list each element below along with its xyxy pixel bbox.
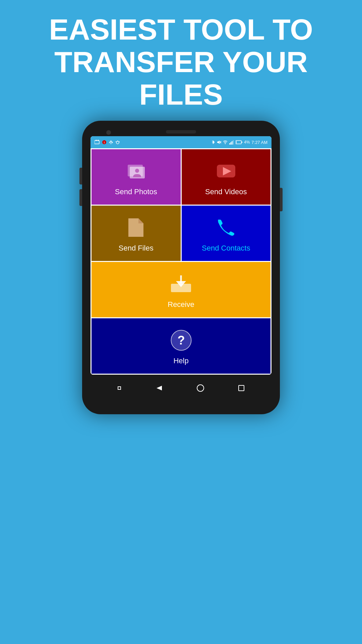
nav-recents-button[interactable] [238,385,244,391]
vol-down-button [79,189,82,206]
receive-tile[interactable]: Receive [92,262,270,317]
help-label: Help [173,357,188,365]
send-videos-tile[interactable]: Send Videos [182,149,271,205]
send-contacts-tile[interactable]: Send Contacts [182,206,271,261]
phone-bottom-pad [86,401,276,408]
help-tile[interactable]: ? Help [92,318,270,374]
send-contacts-label: Send Contacts [202,244,250,253]
usb-icon [109,140,113,145]
svg-rect-20 [233,140,234,145]
svg-marker-35 [157,386,162,390]
front-camera [106,130,111,135]
files-icon [124,216,148,239]
status-left-icons: ! [95,140,120,145]
svg-rect-0 [95,141,99,144]
phone-screen: ! [90,136,272,375]
phone-shell: ! [82,121,280,414]
svg-rect-22 [242,142,242,143]
battery-percent: 4% [244,140,250,145]
help-icon: ? [169,328,193,352]
debug-icon [115,140,120,145]
recents-icon [118,386,121,390]
nav-back-button[interactable] [155,384,163,392]
svg-rect-23 [236,141,237,144]
svg-point-9 [116,141,119,144]
headline-line1: EASIEST TOOL TO [49,13,313,46]
svg-marker-13 [217,141,220,144]
nav-menu-button[interactable] [118,386,121,390]
send-files-label: Send Files [119,244,154,253]
bluetooth-icon [212,140,215,145]
notification-icon-2: ! [102,140,107,145]
nav-home-button[interactable] [197,384,204,392]
svg-point-26 [135,169,139,173]
volume-buttons [79,168,82,206]
app-grid: Send Photos Send Videos [90,148,272,375]
mute-icon [217,140,221,145]
send-files-tile[interactable]: Send Files [92,206,181,261]
receive-icon [169,272,193,296]
photos-icon [124,159,148,183]
back-icon [155,384,163,392]
battery-icon [236,140,242,144]
svg-text:?: ? [177,333,185,347]
home-icon [197,384,204,392]
videos-icon [214,159,238,183]
phone-nav-bar [90,375,272,401]
contacts-icon [214,216,238,239]
wifi-icon [223,140,228,145]
svg-line-11 [116,142,116,142]
send-videos-label: Send Videos [205,187,247,196]
time-display: 7:27 AM [251,140,267,145]
svg-rect-18 [230,142,231,145]
svg-rect-17 [229,143,230,145]
svg-rect-2 [98,140,99,141]
svg-point-7 [109,142,110,143]
status-bar: ! [90,136,272,148]
power-button [280,188,283,211]
svg-rect-1 [96,140,97,141]
send-photos-tile[interactable]: Send Photos [92,149,181,205]
signal-icon [229,140,234,145]
svg-line-12 [119,142,120,142]
recents-square-icon [238,385,244,391]
headline: EASIEST TOOL TO TRANSFER YOUR FILES [0,0,362,121]
vol-up-button [79,168,82,184]
send-photos-label: Send Photos [115,187,157,196]
phone-top-bar [86,127,276,136]
receive-label: Receive [168,300,194,309]
svg-point-16 [225,144,226,144]
phone-speaker [166,130,196,133]
headline-line2: TRANSFER YOUR FILES [54,45,308,111]
svg-text:!: ! [104,141,105,144]
status-right-icons: 4% 7:27 AM [212,140,267,145]
notification-icon-1 [95,140,100,145]
svg-rect-19 [232,141,233,145]
svg-rect-8 [112,142,113,143]
